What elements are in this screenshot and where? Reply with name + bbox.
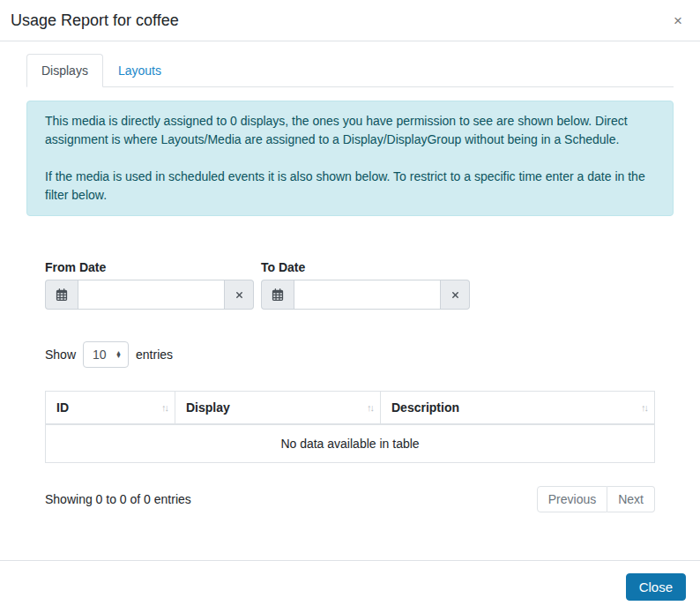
to-date-input[interactable]	[294, 280, 441, 310]
entries-summary: Showing 0 to 0 of 0 entries	[45, 492, 191, 506]
calendar-icon[interactable]	[45, 280, 78, 310]
close-button[interactable]: Close	[626, 573, 686, 601]
modal-body: Displays Layouts This media is directly …	[0, 41, 700, 560]
empty-table-message: No data available in table	[46, 424, 655, 463]
from-date-input-group	[45, 280, 254, 310]
tab-pane-displays: This media is directly assigned to 0 dis…	[26, 101, 674, 512]
usage-table: ID ↑↓ Display ↑↓ Description ↑↓	[45, 391, 655, 463]
tab-bar: Displays Layouts	[26, 54, 674, 87]
sort-icon: ↑↓	[161, 402, 168, 413]
to-date-label: To Date	[261, 260, 470, 274]
report-body: From Date To Date	[26, 260, 674, 512]
entries-per-page-select[interactable]: 10 ▲ ▼	[83, 341, 129, 368]
pagination: Previous Next	[537, 486, 655, 512]
x-clear-icon[interactable]	[441, 280, 470, 310]
next-page-button[interactable]: Next	[607, 486, 655, 512]
close-icon[interactable]: ×	[670, 11, 686, 30]
to-date-group: To Date	[261, 260, 470, 310]
length-prefix-label: Show	[45, 348, 76, 362]
length-suffix-label: entries	[136, 348, 173, 362]
x-clear-icon[interactable]	[225, 280, 254, 310]
table-header-row: ID ↑↓ Display ↑↓ Description ↑↓	[46, 392, 655, 425]
column-header-display[interactable]: Display ↑↓	[175, 392, 381, 425]
selected-length-value: 10	[93, 348, 107, 362]
alert-paragraph: If the media is used in scheduled events…	[45, 168, 655, 205]
sort-icon: ↑↓	[641, 402, 647, 413]
date-filter-row: From Date To Date	[45, 260, 655, 310]
table-footer-row: Showing 0 to 0 of 0 entries Previous Nex…	[45, 486, 655, 512]
modal-footer: Close	[0, 560, 700, 613]
previous-page-button[interactable]: Previous	[537, 486, 607, 512]
calendar-icon[interactable]	[261, 280, 294, 310]
from-date-label: From Date	[45, 260, 254, 274]
modal-title: Usage Report for coffee	[11, 11, 179, 30]
column-header-description[interactable]: Description ↑↓	[381, 392, 655, 425]
empty-table-row: No data available in table	[46, 424, 655, 463]
stepper-arrows-icon: ▲ ▼	[115, 351, 122, 358]
from-date-group: From Date	[45, 260, 254, 310]
modal-header: Usage Report for coffee ×	[0, 0, 700, 41]
table-length-control: Show 10 ▲ ▼ entries	[45, 341, 655, 368]
from-date-input[interactable]	[78, 280, 225, 310]
sort-icon: ↑↓	[367, 402, 373, 413]
alert-paragraph: This media is directly assigned to 0 dis…	[45, 112, 655, 149]
usage-report-modal: Usage Report for coffee × Displays Layou…	[0, 0, 700, 613]
column-header-id[interactable]: ID ↑↓	[46, 392, 175, 425]
tab-displays[interactable]: Displays	[26, 54, 103, 87]
tab-layouts[interactable]: Layouts	[103, 54, 176, 87]
to-date-input-group	[261, 280, 470, 310]
info-alert: This media is directly assigned to 0 dis…	[26, 101, 674, 216]
